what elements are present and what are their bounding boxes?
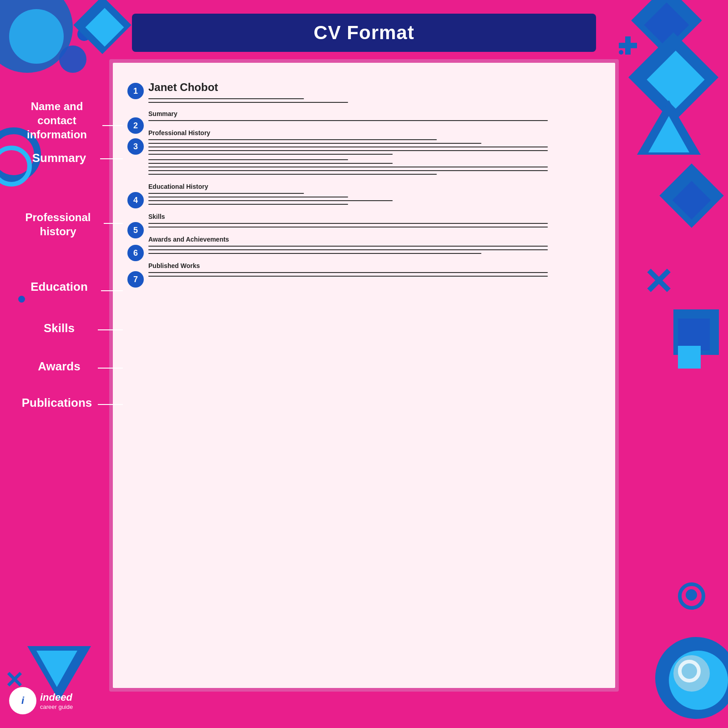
connector-4	[101, 290, 123, 291]
section-title-publications: Published Works	[148, 262, 592, 269]
line	[148, 143, 481, 144]
line	[148, 147, 548, 147]
line	[148, 120, 548, 121]
line	[148, 249, 548, 250]
line	[148, 193, 304, 194]
cv-section-publications: 7 Published Works	[136, 262, 592, 277]
line	[148, 227, 548, 228]
title-bar: CV Format	[132, 14, 596, 52]
line	[148, 253, 481, 254]
page-title: CV Format	[150, 22, 578, 44]
cv-name: Janet Chobot	[148, 81, 592, 94]
cv-section-education: 4 Educational History	[136, 183, 592, 205]
line	[148, 272, 548, 273]
line	[148, 139, 437, 140]
cv-wrapper: 1 Janet Chobot 2 Summary 3 Professional …	[109, 59, 619, 692]
connector-7	[98, 404, 123, 405]
logo-text: indeed career guide	[40, 692, 73, 710]
line	[148, 276, 548, 277]
line	[148, 200, 393, 201]
line	[148, 163, 393, 164]
line	[148, 150, 548, 151]
circle-1: 1	[127, 83, 144, 99]
connector-6	[98, 368, 123, 369]
cv-document: 1 Janet Chobot 2 Summary 3 Professional …	[113, 63, 615, 688]
label-summary: Summary	[18, 151, 100, 165]
line	[148, 170, 548, 171]
section-title-summary: Summary	[148, 110, 592, 117]
line	[148, 246, 548, 247]
label-name-contact: Name and contact information	[14, 99, 100, 142]
section-title-skills: Skills	[148, 213, 592, 220]
connector-1	[102, 125, 123, 126]
line	[148, 159, 348, 160]
cv-section-skills: 5 Skills	[136, 213, 592, 228]
logo-box: i	[9, 687, 36, 714]
connector-5	[98, 329, 123, 330]
cv-section-awards: 6 Awards and Achievements	[136, 236, 592, 254]
label-skills: Skills	[27, 321, 91, 335]
line	[148, 154, 393, 155]
line	[148, 204, 348, 205]
line	[148, 174, 437, 175]
line	[148, 197, 348, 197]
connector-2	[100, 158, 123, 159]
section-title-education: Educational History	[148, 183, 592, 190]
indeed-logo: i indeed career guide	[9, 687, 73, 714]
label-professional: Professionalhistory	[14, 210, 102, 238]
section-title-awards: Awards and Achievements	[148, 236, 592, 243]
circle-5: 5	[127, 222, 144, 238]
cv-section-name: 1 Janet Chobot	[136, 81, 592, 103]
label-education: Education	[18, 280, 100, 294]
line	[148, 223, 548, 224]
line	[148, 98, 304, 99]
circle-4: 4	[127, 192, 144, 208]
circle-7: 7	[127, 271, 144, 288]
label-publications: Publications	[14, 396, 100, 410]
line	[148, 102, 348, 103]
circle-2: 2	[127, 117, 144, 134]
circle-6: 6	[127, 245, 144, 261]
circle-3: 3	[127, 138, 144, 155]
connector-3	[104, 223, 123, 224]
section-title-professional: Professional History	[148, 129, 592, 136]
cv-section-summary: 2 Summary	[136, 110, 592, 121]
line	[148, 167, 548, 167]
label-awards: Awards	[23, 359, 96, 374]
cv-section-professional: 3 Professional History	[136, 129, 592, 175]
